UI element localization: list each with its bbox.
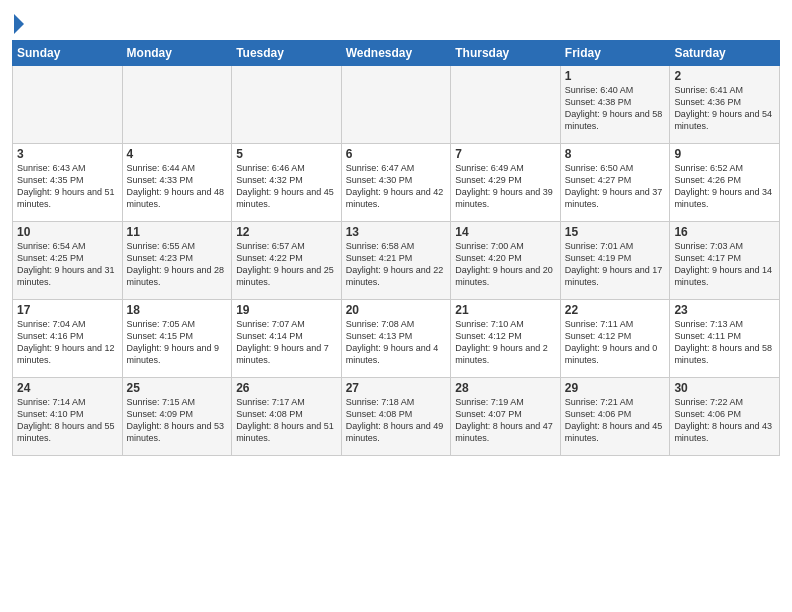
calendar-cell: 1Sunrise: 6:40 AM Sunset: 4:38 PM Daylig… bbox=[560, 66, 670, 144]
day-info: Sunrise: 7:13 AM Sunset: 4:11 PM Dayligh… bbox=[674, 318, 775, 367]
weekday-header-monday: Monday bbox=[122, 41, 232, 66]
calendar-cell: 7Sunrise: 6:49 AM Sunset: 4:29 PM Daylig… bbox=[451, 144, 561, 222]
day-info: Sunrise: 7:07 AM Sunset: 4:14 PM Dayligh… bbox=[236, 318, 337, 367]
calendar-cell: 13Sunrise: 6:58 AM Sunset: 4:21 PM Dayli… bbox=[341, 222, 451, 300]
calendar-cell bbox=[451, 66, 561, 144]
day-info: Sunrise: 7:19 AM Sunset: 4:07 PM Dayligh… bbox=[455, 396, 556, 445]
day-info: Sunrise: 7:04 AM Sunset: 4:16 PM Dayligh… bbox=[17, 318, 118, 367]
day-number: 30 bbox=[674, 381, 775, 395]
calendar-cell: 2Sunrise: 6:41 AM Sunset: 4:36 PM Daylig… bbox=[670, 66, 780, 144]
weekday-header-thursday: Thursday bbox=[451, 41, 561, 66]
calendar-table: SundayMondayTuesdayWednesdayThursdayFrid… bbox=[12, 40, 780, 456]
day-number: 16 bbox=[674, 225, 775, 239]
day-number: 29 bbox=[565, 381, 666, 395]
day-number: 24 bbox=[17, 381, 118, 395]
day-number: 26 bbox=[236, 381, 337, 395]
calendar-cell: 17Sunrise: 7:04 AM Sunset: 4:16 PM Dayli… bbox=[13, 300, 123, 378]
day-number: 3 bbox=[17, 147, 118, 161]
day-number: 18 bbox=[127, 303, 228, 317]
day-info: Sunrise: 6:43 AM Sunset: 4:35 PM Dayligh… bbox=[17, 162, 118, 211]
day-info: Sunrise: 6:52 AM Sunset: 4:26 PM Dayligh… bbox=[674, 162, 775, 211]
week-row-5: 24Sunrise: 7:14 AM Sunset: 4:10 PM Dayli… bbox=[13, 378, 780, 456]
calendar-cell: 18Sunrise: 7:05 AM Sunset: 4:15 PM Dayli… bbox=[122, 300, 232, 378]
day-number: 12 bbox=[236, 225, 337, 239]
calendar-cell bbox=[122, 66, 232, 144]
day-number: 1 bbox=[565, 69, 666, 83]
day-number: 15 bbox=[565, 225, 666, 239]
day-number: 19 bbox=[236, 303, 337, 317]
logo bbox=[12, 14, 24, 34]
calendar-cell: 22Sunrise: 7:11 AM Sunset: 4:12 PM Dayli… bbox=[560, 300, 670, 378]
calendar-cell: 27Sunrise: 7:18 AM Sunset: 4:08 PM Dayli… bbox=[341, 378, 451, 456]
day-info: Sunrise: 7:14 AM Sunset: 4:10 PM Dayligh… bbox=[17, 396, 118, 445]
calendar-cell: 5Sunrise: 6:46 AM Sunset: 4:32 PM Daylig… bbox=[232, 144, 342, 222]
day-info: Sunrise: 6:57 AM Sunset: 4:22 PM Dayligh… bbox=[236, 240, 337, 289]
day-info: Sunrise: 6:58 AM Sunset: 4:21 PM Dayligh… bbox=[346, 240, 447, 289]
calendar-cell: 23Sunrise: 7:13 AM Sunset: 4:11 PM Dayli… bbox=[670, 300, 780, 378]
day-info: Sunrise: 7:03 AM Sunset: 4:17 PM Dayligh… bbox=[674, 240, 775, 289]
day-info: Sunrise: 6:46 AM Sunset: 4:32 PM Dayligh… bbox=[236, 162, 337, 211]
day-info: Sunrise: 6:44 AM Sunset: 4:33 PM Dayligh… bbox=[127, 162, 228, 211]
day-info: Sunrise: 7:01 AM Sunset: 4:19 PM Dayligh… bbox=[565, 240, 666, 289]
weekday-header-row: SundayMondayTuesdayWednesdayThursdayFrid… bbox=[13, 41, 780, 66]
week-row-2: 3Sunrise: 6:43 AM Sunset: 4:35 PM Daylig… bbox=[13, 144, 780, 222]
day-number: 8 bbox=[565, 147, 666, 161]
day-info: Sunrise: 6:47 AM Sunset: 4:30 PM Dayligh… bbox=[346, 162, 447, 211]
day-info: Sunrise: 7:05 AM Sunset: 4:15 PM Dayligh… bbox=[127, 318, 228, 367]
calendar-cell: 6Sunrise: 6:47 AM Sunset: 4:30 PM Daylig… bbox=[341, 144, 451, 222]
calendar-cell: 26Sunrise: 7:17 AM Sunset: 4:08 PM Dayli… bbox=[232, 378, 342, 456]
page-container: SundayMondayTuesdayWednesdayThursdayFrid… bbox=[0, 0, 792, 464]
weekday-header-wednesday: Wednesday bbox=[341, 41, 451, 66]
day-info: Sunrise: 7:21 AM Sunset: 4:06 PM Dayligh… bbox=[565, 396, 666, 445]
week-row-4: 17Sunrise: 7:04 AM Sunset: 4:16 PM Dayli… bbox=[13, 300, 780, 378]
day-number: 13 bbox=[346, 225, 447, 239]
calendar-cell: 24Sunrise: 7:14 AM Sunset: 4:10 PM Dayli… bbox=[13, 378, 123, 456]
day-number: 9 bbox=[674, 147, 775, 161]
calendar-cell: 15Sunrise: 7:01 AM Sunset: 4:19 PM Dayli… bbox=[560, 222, 670, 300]
weekday-header-friday: Friday bbox=[560, 41, 670, 66]
day-number: 28 bbox=[455, 381, 556, 395]
day-number: 17 bbox=[17, 303, 118, 317]
calendar-cell: 21Sunrise: 7:10 AM Sunset: 4:12 PM Dayli… bbox=[451, 300, 561, 378]
day-info: Sunrise: 6:50 AM Sunset: 4:27 PM Dayligh… bbox=[565, 162, 666, 211]
day-number: 20 bbox=[346, 303, 447, 317]
day-number: 27 bbox=[346, 381, 447, 395]
calendar-cell: 11Sunrise: 6:55 AM Sunset: 4:23 PM Dayli… bbox=[122, 222, 232, 300]
calendar-cell: 4Sunrise: 6:44 AM Sunset: 4:33 PM Daylig… bbox=[122, 144, 232, 222]
calendar-cell: 20Sunrise: 7:08 AM Sunset: 4:13 PM Dayli… bbox=[341, 300, 451, 378]
calendar-cell: 28Sunrise: 7:19 AM Sunset: 4:07 PM Dayli… bbox=[451, 378, 561, 456]
weekday-header-saturday: Saturday bbox=[670, 41, 780, 66]
week-row-3: 10Sunrise: 6:54 AM Sunset: 4:25 PM Dayli… bbox=[13, 222, 780, 300]
day-info: Sunrise: 7:00 AM Sunset: 4:20 PM Dayligh… bbox=[455, 240, 556, 289]
day-info: Sunrise: 7:10 AM Sunset: 4:12 PM Dayligh… bbox=[455, 318, 556, 367]
calendar-cell: 3Sunrise: 6:43 AM Sunset: 4:35 PM Daylig… bbox=[13, 144, 123, 222]
day-number: 10 bbox=[17, 225, 118, 239]
calendar-cell bbox=[232, 66, 342, 144]
calendar-cell: 8Sunrise: 6:50 AM Sunset: 4:27 PM Daylig… bbox=[560, 144, 670, 222]
calendar-cell: 29Sunrise: 7:21 AM Sunset: 4:06 PM Dayli… bbox=[560, 378, 670, 456]
calendar-cell: 10Sunrise: 6:54 AM Sunset: 4:25 PM Dayli… bbox=[13, 222, 123, 300]
day-number: 11 bbox=[127, 225, 228, 239]
day-info: Sunrise: 6:40 AM Sunset: 4:38 PM Dayligh… bbox=[565, 84, 666, 133]
day-info: Sunrise: 6:41 AM Sunset: 4:36 PM Dayligh… bbox=[674, 84, 775, 133]
calendar-cell bbox=[341, 66, 451, 144]
calendar-cell: 16Sunrise: 7:03 AM Sunset: 4:17 PM Dayli… bbox=[670, 222, 780, 300]
logo-triangle-icon bbox=[14, 14, 24, 34]
day-info: Sunrise: 7:15 AM Sunset: 4:09 PM Dayligh… bbox=[127, 396, 228, 445]
day-info: Sunrise: 7:18 AM Sunset: 4:08 PM Dayligh… bbox=[346, 396, 447, 445]
day-number: 4 bbox=[127, 147, 228, 161]
day-info: Sunrise: 7:11 AM Sunset: 4:12 PM Dayligh… bbox=[565, 318, 666, 367]
day-number: 6 bbox=[346, 147, 447, 161]
calendar-cell: 14Sunrise: 7:00 AM Sunset: 4:20 PM Dayli… bbox=[451, 222, 561, 300]
calendar-cell: 12Sunrise: 6:57 AM Sunset: 4:22 PM Dayli… bbox=[232, 222, 342, 300]
day-info: Sunrise: 6:55 AM Sunset: 4:23 PM Dayligh… bbox=[127, 240, 228, 289]
day-number: 14 bbox=[455, 225, 556, 239]
day-info: Sunrise: 7:17 AM Sunset: 4:08 PM Dayligh… bbox=[236, 396, 337, 445]
weekday-header-tuesday: Tuesday bbox=[232, 41, 342, 66]
day-info: Sunrise: 7:22 AM Sunset: 4:06 PM Dayligh… bbox=[674, 396, 775, 445]
header bbox=[12, 10, 780, 34]
week-row-1: 1Sunrise: 6:40 AM Sunset: 4:38 PM Daylig… bbox=[13, 66, 780, 144]
day-number: 5 bbox=[236, 147, 337, 161]
day-number: 21 bbox=[455, 303, 556, 317]
day-number: 25 bbox=[127, 381, 228, 395]
